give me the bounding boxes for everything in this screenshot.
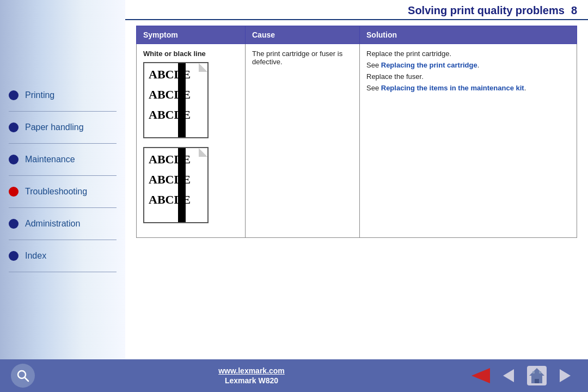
sidebar-dot-troubleshooting (9, 187, 19, 197)
col-header-solution: Solution (360, 26, 577, 44)
content-area: Solving print quality problems 8 Symptom… (125, 0, 588, 359)
sidebar-divider-6 (9, 272, 117, 272)
cause-text: The print cartridge or fuser is defectiv… (252, 50, 342, 66)
nav-next-button[interactable] (553, 364, 577, 388)
content-body: Symptom Cause Solution White or black li… (125, 26, 588, 359)
svg-marker-3 (503, 369, 514, 382)
sidebar-label-administration: Administration (25, 219, 80, 229)
svg-rect-8 (539, 371, 541, 373)
svg-rect-6 (535, 379, 539, 383)
col-header-cause: Cause (246, 26, 360, 44)
footer-brand: Lexmark W820 (225, 376, 278, 385)
footer-left (11, 364, 35, 388)
svg-marker-2 (471, 368, 490, 383)
sidebar-item-administration[interactable]: Administration (0, 215, 125, 233)
page-number: 8 (571, 4, 577, 17)
sidebar-divider-3 (9, 175, 117, 176)
sidebar-item-printing[interactable]: Printing (0, 86, 125, 105)
arrow-left-icon (501, 368, 516, 383)
arrow-left-red-icon (469, 366, 491, 385)
solution-cell: Replace the print cartridge. See Replaci… (360, 44, 577, 238)
sidebar-item-paper-handling[interactable]: Paper handling (0, 118, 125, 137)
solution-line-2: See Replacing the print cartridge. (366, 61, 570, 69)
replacing-cartridge-link[interactable]: Replacing the print cartridge (381, 61, 477, 69)
doc-black-bar-1 (178, 63, 186, 137)
sidebar-item-troubleshooting[interactable]: Troubleshooting (0, 182, 125, 201)
svg-marker-9 (560, 369, 571, 382)
sidebar-label-paper-handling: Paper handling (25, 122, 84, 132)
symptom-label: White or black line (143, 50, 238, 58)
sidebar-dot-maintenance (9, 155, 19, 164)
doc-text-2: ABCDE (144, 83, 207, 103)
svg-line-1 (24, 377, 28, 381)
nav-prev-button[interactable] (497, 364, 520, 388)
home-button[interactable] (525, 364, 549, 388)
sidebar-item-maintenance[interactable]: Maintenance (0, 150, 125, 169)
arrow-right-icon (558, 368, 573, 383)
sidebar-divider-2 (9, 143, 117, 144)
footer-nav (468, 364, 577, 388)
sidebar-divider-4 (9, 207, 117, 208)
nav-back-button[interactable] (468, 364, 492, 388)
sidebar-label-troubleshooting: Troubleshooting (25, 187, 87, 197)
svg-rect-7 (532, 371, 535, 373)
solution-line-3: Replace the fuser. (366, 72, 570, 81)
sidebar-dot-printing (9, 90, 19, 100)
sidebar-label-maintenance: Maintenance (25, 155, 75, 164)
sidebar-dot-administration (9, 219, 19, 229)
solution-line-1: Replace the print cartridge. (366, 50, 570, 58)
problems-table: Symptom Cause Solution White or black li… (136, 26, 577, 238)
sidebar-item-index[interactable]: Index (0, 247, 125, 265)
doc-text-5: ABCDE (144, 168, 207, 188)
sidebar-dot-index (9, 251, 19, 261)
solution-line-4: See Replacing the items in the maintenan… (366, 84, 570, 92)
sidebar: Printing Paper handling Maintenance Trou… (0, 0, 125, 359)
cause-cell: The print cartridge or fuser is defectiv… (246, 44, 360, 238)
doc-text-1: ABCDE (144, 63, 207, 83)
doc-text-4: ABCDE (144, 148, 207, 168)
col-header-symptom: Symptom (137, 26, 246, 44)
sidebar-label-printing: Printing (25, 90, 54, 100)
search-icon (16, 369, 30, 383)
table-row: White or black line ABCDE ABCDE ABCDE (137, 44, 577, 238)
search-button[interactable] (11, 364, 35, 388)
page-header: Solving print quality problems 8 (125, 0, 588, 20)
footer-center: www.lexmark.com Lexmark W820 (218, 366, 285, 385)
doc-text-3: ABCDE (144, 103, 207, 124)
doc-black-bar-2 (178, 148, 186, 222)
doc-illustration-1: ABCDE ABCDE ABCDE (143, 62, 209, 138)
home-icon (525, 364, 549, 388)
doc-text-6: ABCDE (144, 188, 207, 209)
footer-url[interactable]: www.lexmark.com (218, 366, 285, 375)
page-title: Solving print quality problems (408, 4, 565, 17)
doc-illustration-2: ABCDE ABCDE ABCDE (143, 147, 209, 223)
sidebar-dot-paper-handling (9, 122, 19, 132)
replacing-items-link[interactable]: Replacing the items in the maintenance k… (381, 84, 524, 92)
sidebar-label-index: Index (25, 251, 46, 261)
sidebar-divider-5 (9, 240, 117, 240)
footer: www.lexmark.com Lexmark W820 (0, 359, 588, 392)
sidebar-divider-1 (9, 111, 117, 112)
symptom-cell: White or black line ABCDE ABCDE ABCDE (137, 44, 246, 238)
